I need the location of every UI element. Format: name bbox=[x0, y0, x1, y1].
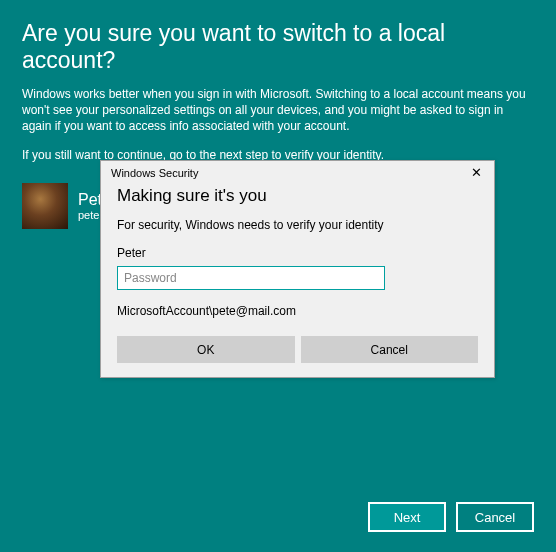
dialog-username: Peter bbox=[117, 246, 478, 260]
dialog-cancel-button[interactable]: Cancel bbox=[301, 336, 479, 363]
credential-dialog: Windows Security ✕ Making sure it's you … bbox=[100, 160, 495, 378]
password-input[interactable] bbox=[117, 266, 385, 290]
page-paragraph-1: Windows works better when you sign in wi… bbox=[22, 86, 534, 135]
close-icon[interactable]: ✕ bbox=[467, 165, 486, 180]
dialog-subtext: For security, Windows needs to verify yo… bbox=[117, 218, 478, 232]
dialog-titlebar: Windows Security ✕ bbox=[101, 161, 494, 182]
account-identifier: MicrosoftAccount\pete@mail.com bbox=[117, 304, 478, 318]
dialog-heading: Making sure it's you bbox=[117, 186, 478, 206]
ok-button[interactable]: OK bbox=[117, 336, 295, 363]
dialog-window-title: Windows Security bbox=[111, 167, 198, 179]
next-button[interactable]: Next bbox=[368, 502, 446, 532]
page-title: Are you sure you want to switch to a loc… bbox=[22, 20, 534, 74]
cancel-button[interactable]: Cancel bbox=[456, 502, 534, 532]
avatar bbox=[22, 183, 68, 229]
